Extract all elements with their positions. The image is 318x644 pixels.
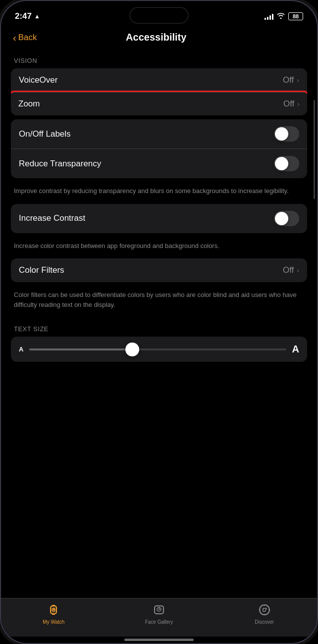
signal-bars	[265, 13, 273, 20]
svg-rect-5	[52, 605, 55, 606]
slider-max-label: A	[292, 344, 299, 355]
scroll-indicator	[314, 100, 315, 199]
tab-bar: My Watch Face Gallery	[1, 598, 317, 637]
toggles-group: On/Off Labels Reduce Transparency	[11, 119, 307, 178]
face-gallery-tab-label: Face Gallery	[145, 619, 173, 625]
contrast-description: Increase color contrast between app fore…	[11, 237, 307, 259]
zoom-chevron-icon: ›	[297, 100, 300, 108]
home-indicator	[124, 639, 194, 641]
color-filters-chevron-icon: ›	[297, 266, 299, 274]
my-watch-icon	[46, 602, 61, 617]
increase-contrast-toggle[interactable]	[274, 211, 299, 226]
transparency-description: Improve contrast by reducing transparenc…	[11, 182, 307, 204]
battery: 88	[288, 12, 303, 20]
onoff-labels-label: On/Off Labels	[19, 129, 71, 139]
tab-face-gallery[interactable]: Face Gallery	[106, 602, 212, 625]
svg-point-11	[260, 605, 269, 615]
dynamic-island	[129, 7, 189, 24]
content-area: VISION VoiceOver Off › Zoom Off	[1, 49, 317, 598]
my-watch-tab-label: My Watch	[43, 619, 64, 625]
back-button[interactable]: ‹ Back	[13, 33, 37, 43]
color-filters-label: Color Filters	[19, 265, 64, 275]
onoff-labels-toggle-knob	[275, 127, 288, 141]
status-right: 88	[265, 12, 303, 20]
nav-bar: ‹ Back Accessibility	[1, 28, 317, 49]
time-label: 2:47	[15, 11, 32, 21]
reduce-transparency-toggle-knob	[275, 157, 288, 170]
svg-rect-6	[52, 613, 55, 615]
increase-contrast-toggle-knob	[275, 212, 288, 225]
tab-discover[interactable]: Discover	[212, 602, 317, 625]
zoom-row-container: Zoom Off ›	[11, 92, 307, 115]
zoom-label: Zoom	[18, 99, 40, 109]
color-filters-row[interactable]: Color Filters Off ›	[11, 258, 307, 282]
increase-contrast-row[interactable]: Increase Contrast	[11, 204, 307, 233]
reduce-transparency-label: Reduce Transparency	[19, 159, 101, 169]
discover-icon	[257, 602, 272, 617]
onoff-labels-toggle[interactable]	[274, 126, 299, 142]
voiceover-row[interactable]: VoiceOver Off ›	[11, 68, 307, 93]
zoom-value: Off ›	[283, 99, 300, 109]
onoff-labels-row[interactable]: On/Off Labels	[11, 119, 307, 149]
status-time: 2:47 ▲	[15, 11, 40, 21]
text-size-slider-group: A A	[11, 337, 307, 362]
zoom-row[interactable]: Zoom Off ›	[11, 92, 307, 115]
increase-contrast-group: Increase Contrast	[11, 204, 307, 233]
text-size-slider[interactable]	[29, 348, 286, 350]
location-icon: ▲	[34, 13, 40, 20]
discover-tab-label: Discover	[255, 619, 274, 625]
color-filters-value: Off ›	[283, 265, 299, 275]
page-title: Accessibility	[37, 32, 275, 43]
wifi-icon	[277, 12, 285, 20]
back-chevron-icon: ‹	[13, 33, 16, 43]
slider-min-label: A	[19, 346, 23, 353]
back-label: Back	[18, 33, 37, 43]
slider-thumb[interactable]	[125, 343, 139, 356]
vision-section-label: VISION	[11, 49, 307, 68]
reduce-transparency-row[interactable]: Reduce Transparency	[11, 149, 307, 178]
slider-fill	[29, 348, 132, 350]
text-size-section-label: TEXT SIZE	[11, 317, 307, 337]
voiceover-chevron-icon: ›	[297, 76, 299, 84]
voiceover-value: Off ›	[283, 75, 299, 85]
voiceover-label: VoiceOver	[19, 75, 57, 85]
vision-group: VoiceOver Off › Zoom Off ›	[11, 68, 307, 115]
color-filters-description: Color filters can be used to differentia…	[11, 286, 307, 317]
face-gallery-icon	[152, 602, 166, 617]
color-filters-group: Color Filters Off ›	[11, 258, 307, 282]
reduce-transparency-toggle[interactable]	[274, 156, 299, 171]
tab-my-watch[interactable]: My Watch	[1, 602, 106, 625]
svg-marker-12	[263, 608, 266, 611]
battery-level: 88	[288, 12, 303, 20]
increase-contrast-label: Increase Contrast	[19, 213, 85, 223]
